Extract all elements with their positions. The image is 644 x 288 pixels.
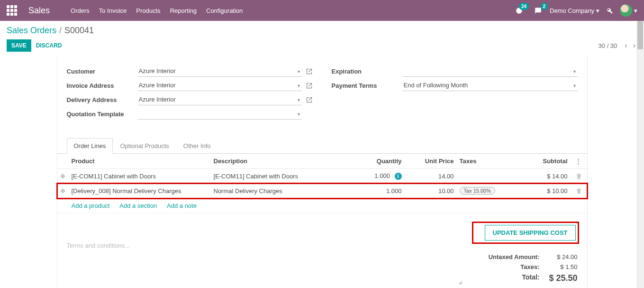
cell-subtotal: $ 10.00 (509, 184, 571, 198)
label-invoice-addr: Invoice Address (67, 82, 138, 89)
update-shipping-button[interactable]: UPDATE SHIPPING COST (485, 225, 576, 241)
table-row-highlighted[interactable]: ✥ [Delivery_008] Normal Delivery Charges… (57, 184, 587, 198)
payment-terms-field[interactable] (403, 80, 578, 91)
cell-subtotal: $ 14.00 (509, 169, 571, 184)
cell-qty[interactable]: 1.000 i (353, 169, 405, 184)
nav-menu: Orders To Invoice Products Reporting Con… (71, 7, 243, 14)
col-subtotal[interactable]: Subtotal (509, 154, 571, 169)
discard-button[interactable]: DISCARD (31, 39, 67, 52)
label-expiration: Expiration (332, 68, 403, 75)
quotation-template-field[interactable] (138, 108, 302, 120)
label-customer: Customer (67, 68, 138, 75)
cell-tax[interactable] (457, 169, 509, 184)
label-delivery-addr: Delivery Address (67, 96, 138, 103)
breadcrumb-current: S00041 (64, 26, 94, 36)
col-product[interactable]: Product (69, 154, 211, 169)
save-button[interactable]: SAVE (7, 39, 31, 52)
external-link-icon[interactable] (306, 96, 313, 103)
cell-description[interactable]: Normal Delivery Charges (211, 184, 353, 198)
nav-to-invoice[interactable]: To Invoice (99, 7, 127, 14)
invoice-address-field[interactable] (138, 80, 302, 91)
messages-button[interactable]: 2 (531, 4, 545, 17)
scrollbar-thumb[interactable] (637, 21, 643, 49)
wrench-icon (606, 7, 613, 14)
taxes-label: Taxes: (473, 263, 540, 270)
pager-prev[interactable]: ‹ (623, 39, 629, 52)
cell-price[interactable]: 10.00 (405, 184, 457, 198)
breadcrumb-sep: / (59, 26, 62, 36)
company-switcher[interactable]: Demo Company ▾ (550, 7, 599, 14)
cell-product[interactable]: [E-COM11] Cabinet with Doors (69, 169, 211, 184)
taxes-value: $ 1.50 (540, 263, 578, 270)
label-quotation-template: Quotation Template (67, 111, 138, 118)
nav-orders[interactable]: Orders (71, 7, 90, 14)
order-lines-table: Product Description Quantity Unit Price … (57, 154, 587, 214)
activities-count: 24 (519, 3, 529, 10)
user-menu[interactable]: ▾ (620, 4, 637, 17)
caret-down-icon: ▾ (596, 7, 599, 14)
external-link-icon[interactable] (306, 82, 313, 89)
navbar: Sales Orders To Invoice Products Reporti… (0, 0, 644, 21)
terms-textarea[interactable]: Terms and conditions... ◢ (67, 223, 464, 285)
scrollbar[interactable] (636, 21, 644, 288)
expiration-field[interactable] (403, 65, 578, 77)
resize-handle-icon[interactable]: ◢ (458, 279, 462, 285)
delivery-address-field[interactable] (138, 94, 302, 105)
apps-icon[interactable] (7, 5, 17, 16)
untaxed-value: $ 24.00 (540, 253, 578, 260)
terms-placeholder: Terms and conditions... (67, 242, 130, 249)
tab-other-info[interactable]: Other Info (176, 138, 218, 154)
col-quantity[interactable]: Quantity (353, 154, 405, 169)
breadcrumb: Sales Orders / S00041 (7, 26, 637, 36)
trash-icon[interactable] (573, 172, 584, 179)
untaxed-label: Untaxed Amount: (473, 253, 540, 260)
add-note-link[interactable]: Add a note (167, 202, 197, 209)
update-shipping-highlight: UPDATE SHIPPING COST (473, 223, 578, 242)
cell-product[interactable]: [Delivery_008] Normal Delivery Charges (69, 184, 211, 198)
customer-field[interactable] (138, 65, 302, 77)
avatar-icon (620, 4, 632, 17)
columns-menu-icon[interactable]: ⋮ (573, 158, 583, 165)
add-section-link[interactable]: Add a section (119, 202, 157, 209)
label-payment-terms: Payment Terms (332, 82, 403, 89)
tab-order-lines[interactable]: Order Lines (67, 138, 113, 154)
caret-down-icon: ▾ (634, 7, 637, 14)
external-link-icon[interactable] (306, 67, 313, 75)
pager-text[interactable]: 30 / 30 (599, 42, 617, 49)
trash-icon[interactable] (573, 187, 584, 194)
tab-optional-products[interactable]: Optional Products (113, 138, 176, 154)
cell-tax[interactable]: Tax 15.00% (457, 184, 509, 198)
nav-configuration[interactable]: Configuration (206, 7, 243, 14)
col-taxes[interactable]: Taxes (457, 154, 509, 169)
tabs: Order Lines Optional Products Other Info (57, 138, 587, 154)
cell-qty[interactable]: 1.000 (353, 184, 405, 198)
col-description[interactable]: Description (211, 154, 353, 169)
add-product-link[interactable]: Add a product (72, 202, 110, 209)
tax-tag: Tax 15.00% (460, 187, 495, 195)
debug-icon[interactable] (604, 5, 615, 16)
nav-products[interactable]: Products (136, 7, 160, 14)
cell-price[interactable]: 14.00 (405, 169, 457, 184)
cell-description[interactable]: [E-COM11] Cabinet with Doors (211, 169, 353, 184)
drag-handle-icon[interactable]: ✥ (57, 184, 69, 198)
speech-icon (535, 7, 542, 14)
form-sheet: Customer ▾ Invoice Address ▾ Delivery Ad… (57, 56, 588, 288)
messages-count: 2 (541, 3, 548, 10)
info-icon[interactable]: i (395, 173, 402, 180)
col-unit-price[interactable]: Unit Price (405, 154, 457, 169)
table-row[interactable]: ✥ [E-COM11] Cabinet with Doors [E-COM11]… (57, 169, 587, 184)
company-name: Demo Company (550, 7, 594, 14)
activities-button[interactable]: 24 (512, 4, 526, 17)
drag-handle-icon[interactable]: ✥ (57, 169, 69, 184)
nav-brand[interactable]: Sales (28, 6, 50, 16)
total-label: Total: (473, 273, 540, 283)
nav-reporting[interactable]: Reporting (170, 7, 197, 14)
total-value: $ 25.50 (540, 273, 578, 283)
breadcrumb-parent[interactable]: Sales Orders (7, 26, 56, 36)
